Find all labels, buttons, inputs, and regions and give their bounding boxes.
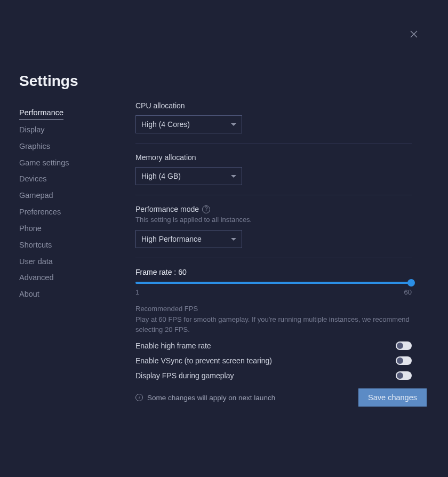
enable-vsync-toggle[interactable] xyxy=(396,356,412,365)
sidebar-item-game-settings[interactable]: Game settings xyxy=(19,155,69,171)
enable-high-frame-rate-label: Enable high frame rate xyxy=(135,341,211,350)
sidebar-item-graphics[interactable]: Graphics xyxy=(19,138,50,155)
frame-rate-slider[interactable] xyxy=(135,282,412,284)
content-panel: CPU allocation High (4 Cores) Memory all… xyxy=(135,101,412,380)
slider-thumb[interactable] xyxy=(407,279,415,287)
sidebar-item-shortcuts[interactable]: Shortcuts xyxy=(19,237,52,253)
page-title: Settings xyxy=(19,73,78,90)
cpu-allocation-select[interactable]: High (4 Cores) xyxy=(135,115,242,133)
info-icon: i xyxy=(135,394,143,401)
frame-rate-max: 60 xyxy=(404,288,412,296)
recommended-fps-title: Recommended FPS xyxy=(135,305,412,313)
enable-vsync-label: Enable VSync (to prevent screen tearing) xyxy=(135,356,272,365)
divider xyxy=(135,143,412,144)
caret-down-icon xyxy=(231,238,236,241)
performance-mode-note: This setting is applied to all instances… xyxy=(135,216,412,224)
display-fps-toggle[interactable] xyxy=(396,371,412,380)
sidebar-item-about[interactable]: About xyxy=(19,286,39,303)
performance-mode-select[interactable]: High Performance xyxy=(135,230,242,248)
help-icon[interactable]: ? xyxy=(202,205,210,213)
sidebar-item-devices[interactable]: Devices xyxy=(19,171,47,187)
display-fps-label: Display FPS during gameplay xyxy=(135,371,234,380)
enable-high-frame-rate-toggle[interactable] xyxy=(396,341,412,350)
frame-rate-label: Frame rate : 60 xyxy=(135,268,412,276)
memory-allocation-label: Memory allocation xyxy=(135,153,412,162)
caret-down-icon xyxy=(231,123,236,126)
sidebar-item-preferences[interactable]: Preferences xyxy=(19,204,61,220)
memory-allocation-select[interactable]: High (4 GB) xyxy=(135,167,242,185)
performance-mode-label: Performance mode ? xyxy=(135,205,412,213)
recommended-fps-body: Play at 60 FPS for smooth gameplay. If y… xyxy=(135,315,412,335)
sidebar-item-advanced[interactable]: Advanced xyxy=(19,269,54,286)
cpu-allocation-value: High (4 Cores) xyxy=(141,120,190,129)
sidebar: Performance Display Graphics Game settin… xyxy=(19,105,110,303)
frame-rate-min: 1 xyxy=(135,288,139,296)
footer: i Some changes will apply on next launch… xyxy=(135,388,427,407)
sidebar-item-phone[interactable]: Phone xyxy=(19,220,42,237)
cpu-allocation-label: CPU allocation xyxy=(135,101,412,110)
close-icon xyxy=(409,29,419,39)
divider xyxy=(135,195,412,195)
close-button[interactable] xyxy=(409,29,419,39)
divider xyxy=(135,258,412,258)
sidebar-item-performance[interactable]: Performance xyxy=(19,105,63,120)
performance-mode-value: High Performance xyxy=(141,235,202,243)
sidebar-item-user-data[interactable]: User data xyxy=(19,253,53,270)
footer-note: i Some changes will apply on next launch xyxy=(135,394,275,402)
caret-down-icon xyxy=(231,175,236,178)
memory-allocation-value: High (4 GB) xyxy=(141,172,181,180)
sidebar-item-display[interactable]: Display xyxy=(19,122,45,138)
save-changes-button[interactable]: Save changes xyxy=(358,388,427,407)
sidebar-item-gamepad[interactable]: Gamepad xyxy=(19,187,53,204)
